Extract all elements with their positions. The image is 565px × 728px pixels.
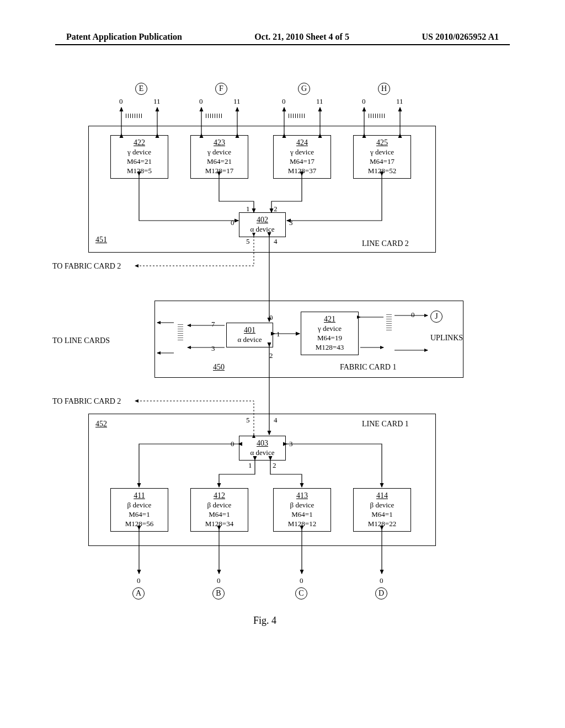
label-to-fabric-2b: TO FABRIC CARD 2 — [52, 397, 121, 406]
port-1: 1 — [246, 205, 250, 213]
port-0: 0 — [231, 440, 234, 448]
device-402: 402 α device — [239, 212, 286, 237]
tick-row — [206, 114, 222, 118]
device-424: 424 γ device M64=17 M128=37 — [273, 135, 331, 179]
card-label-linecard2: LINE CARD 2 — [362, 239, 409, 248]
device-m128: M128=52 — [355, 167, 409, 176]
device-ref: 424 — [275, 138, 329, 148]
device-ref: 403 — [241, 438, 284, 448]
card-label-fabric1: FABRIC CARD 1 — [340, 363, 396, 372]
device-ref: 421 — [303, 314, 356, 324]
device-type: γ device — [275, 148, 329, 157]
device-422: 422 γ device M64=21 M128=5 — [110, 135, 168, 179]
device-ref: 425 — [355, 138, 409, 148]
port-0-A: 0 — [137, 576, 141, 585]
port-high: 11 — [396, 97, 403, 106]
endpoint-E: E — [135, 83, 147, 95]
tick-row — [126, 114, 142, 118]
port-2: 2 — [274, 205, 278, 213]
device-type: β device — [113, 501, 166, 510]
port-5: 5 — [246, 237, 250, 246]
port-4: 4 — [274, 237, 278, 246]
figure-diagram: E F G H 0 11 0 11 0 11 0 11 451 LINE CAR… — [55, 83, 475, 678]
device-type: α device — [228, 335, 271, 345]
port-low: 0 — [199, 97, 203, 106]
device-m128: M128=17 — [193, 167, 246, 176]
tick-row — [369, 114, 385, 118]
port-0: 0 — [269, 313, 273, 322]
device-m64: M64=1 — [275, 510, 329, 520]
device-type: β device — [275, 501, 329, 510]
port-high: 11 — [316, 97, 323, 106]
label-uplinks: UPLINKS — [430, 334, 463, 342]
card-ref-451: 451 — [95, 235, 107, 244]
device-type: γ device — [193, 148, 246, 157]
header-right: US 2010/0265952 A1 — [422, 32, 499, 42]
device-type: β device — [193, 501, 246, 510]
device-m128: M128=43 — [303, 343, 356, 352]
port-1: 1 — [276, 330, 280, 339]
device-411: 411 β device M64=1 M128=56 — [110, 488, 168, 532]
port-low: 0 — [282, 97, 286, 106]
device-m64: M64=1 — [355, 510, 409, 520]
device-m128: M128=37 — [275, 167, 329, 176]
figure-caption: Fig. 4 — [55, 615, 475, 627]
device-ref: 401 — [228, 325, 271, 335]
endpoint-A: A — [132, 587, 145, 599]
port-0-D: 0 — [380, 576, 383, 585]
device-m64: M64=1 — [113, 510, 166, 520]
device-413: 413 β device M64=1 M128=12 — [273, 488, 331, 532]
port-1: 1 — [248, 461, 252, 470]
endpoint-D: D — [375, 587, 387, 599]
port-4: 4 — [274, 416, 278, 425]
tick-col — [178, 324, 183, 340]
device-m64: M64=21 — [113, 157, 166, 167]
endpoint-B: B — [212, 587, 225, 599]
header-left: Patent Application Publication — [66, 32, 182, 42]
port-3: 3 — [289, 218, 293, 227]
header-center: Oct. 21, 2010 Sheet 4 of 5 — [254, 32, 349, 42]
port-0-B: 0 — [217, 576, 221, 585]
port-3: 3 — [211, 344, 215, 353]
endpoint-F: F — [215, 83, 227, 95]
endpoint-J: J — [430, 311, 443, 323]
device-423: 423 γ device M64=21 M128=17 — [190, 135, 248, 179]
device-m64: M64=17 — [275, 157, 329, 167]
device-ref: 412 — [193, 491, 246, 501]
port-5: 5 — [246, 416, 250, 425]
device-type: γ device — [355, 148, 409, 157]
endpoint-G: G — [298, 83, 310, 95]
label-to-line-cards: TO LINE CARDS — [52, 336, 110, 345]
port-0: 0 — [231, 218, 234, 227]
device-425: 425 γ device M64=17 M128=52 — [353, 135, 411, 179]
tick-row — [289, 114, 305, 118]
port-2: 2 — [273, 461, 276, 470]
port-high: 11 — [233, 97, 241, 106]
device-421: 421 γ device M64=19 M128=43 — [301, 312, 359, 355]
device-m64: M64=21 — [193, 157, 246, 167]
device-412: 412 β device M64=1 M128=34 — [190, 488, 248, 532]
header-divider — [55, 44, 510, 45]
device-ref: 413 — [275, 491, 329, 501]
port-2: 2 — [269, 351, 273, 360]
device-type: β device — [355, 501, 409, 510]
device-m128: M128=5 — [113, 167, 166, 176]
device-type: α device — [241, 448, 284, 458]
endpoint-H: H — [378, 83, 390, 95]
device-type: γ device — [303, 324, 356, 334]
port-3: 3 — [289, 440, 293, 448]
label-to-fabric-2: TO FABRIC CARD 2 — [52, 262, 121, 271]
device-ref: 402 — [241, 215, 284, 225]
device-ref: 411 — [113, 491, 166, 501]
device-ref: 422 — [113, 138, 166, 148]
device-ref: 423 — [193, 138, 246, 148]
device-414: 414 β device M64=1 M128=22 — [353, 488, 411, 532]
device-m128: M128=34 — [193, 520, 246, 529]
card-ref-452: 452 — [95, 420, 107, 429]
device-401: 401 α device — [226, 323, 273, 347]
page-header: Patent Application Publication Oct. 21, … — [0, 32, 565, 42]
tick-col — [386, 314, 392, 330]
device-m128: M128=22 — [355, 520, 409, 529]
device-m64: M64=17 — [355, 157, 409, 167]
port-low: 0 — [119, 97, 123, 106]
